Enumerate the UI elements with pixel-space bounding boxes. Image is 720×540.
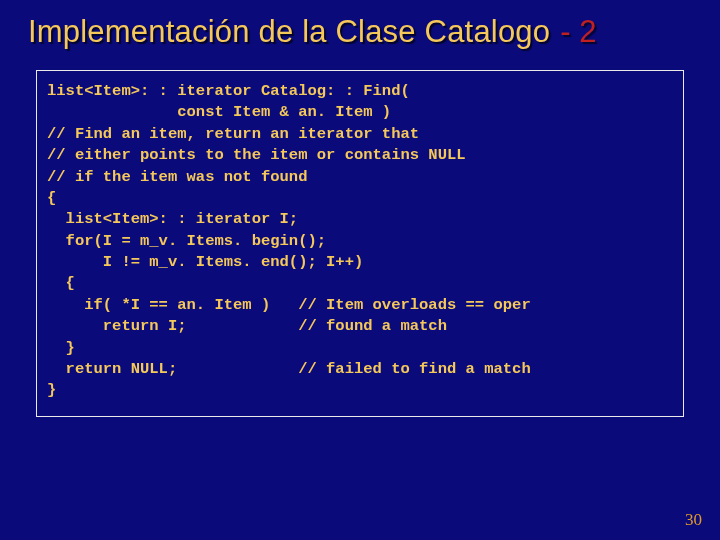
slide-title-suffix: - 2 bbox=[560, 14, 596, 50]
code-box: list<Item>: : iterator Catalog: : Find( … bbox=[36, 70, 684, 417]
slide-title: Implementación de la Clase Catalogo bbox=[28, 14, 550, 50]
code-listing: list<Item>: : iterator Catalog: : Find( … bbox=[47, 81, 673, 402]
slide-title-row: Implementación de la Clase Catalogo - 2 bbox=[0, 0, 720, 58]
page-number: 30 bbox=[685, 510, 702, 530]
